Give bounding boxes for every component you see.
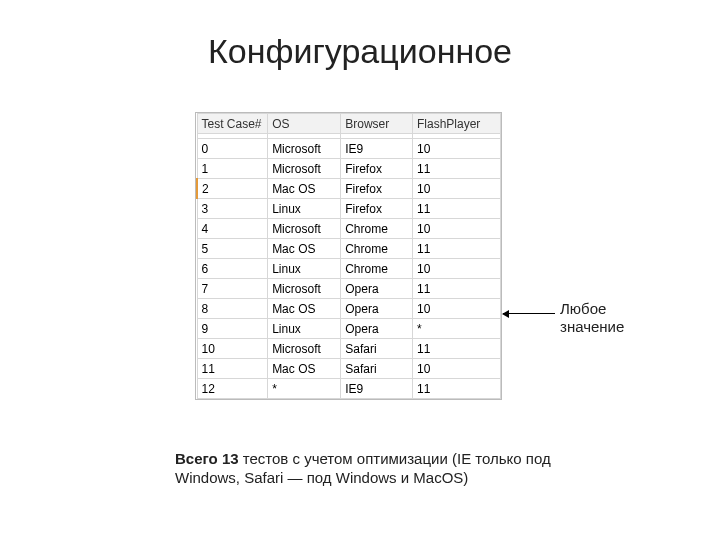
table-row: 4MicrosoftChrome10 <box>197 219 501 239</box>
cell-browser: Opera <box>341 279 413 299</box>
cell-tc: 2 <box>197 179 268 199</box>
table-row: 11Mac OSSafari10 <box>197 359 501 379</box>
annotation-arrow <box>503 313 555 314</box>
table-row: 9LinuxOpera* <box>197 319 501 339</box>
header-os: OS <box>268 114 341 134</box>
table-row: 8Mac OSOpera10 <box>197 299 501 319</box>
cell-browser: IE9 <box>341 379 413 399</box>
cell-tc: 6 <box>197 259 268 279</box>
cell-fp: 10 <box>412 299 500 319</box>
footer-summary: Всего 13 тестов с учетом оптимизации (IE… <box>175 450 555 488</box>
cell-fp: 10 <box>412 139 500 159</box>
cell-fp: 10 <box>412 259 500 279</box>
cell-tc: 12 <box>197 379 268 399</box>
cell-tc: 4 <box>197 219 268 239</box>
cell-fp: 11 <box>412 379 500 399</box>
table-row: 5Mac OSChrome11 <box>197 239 501 259</box>
annotation-line2: значение <box>560 318 624 335</box>
cell-browser: Firefox <box>341 179 413 199</box>
cell-os: Linux <box>268 199 341 219</box>
cell-browser: Safari <box>341 359 413 379</box>
table-header-row: Test Case# OS Browser FlashPlayer <box>197 114 501 134</box>
cell-tc: 0 <box>197 139 268 159</box>
cell-browser: Firefox <box>341 159 413 179</box>
table-row: 10MicrosoftSafari11 <box>197 339 501 359</box>
cell-os: Mac OS <box>268 239 341 259</box>
cell-browser: Firefox <box>341 199 413 219</box>
footer-bold: Всего 13 <box>175 450 239 467</box>
config-table: Test Case# OS Browser FlashPlayer 0Micro… <box>195 112 502 400</box>
header-test-case: Test Case# <box>197 114 268 134</box>
annotation-any-value: Любое значение <box>560 300 624 336</box>
cell-browser: Opera <box>341 299 413 319</box>
cell-tc: 5 <box>197 239 268 259</box>
table-row: 7MicrosoftOpera11 <box>197 279 501 299</box>
header-browser: Browser <box>341 114 413 134</box>
cell-tc: 3 <box>197 199 268 219</box>
annotation-line1: Любое <box>560 300 606 317</box>
table-row: 1MicrosoftFirefox11 <box>197 159 501 179</box>
cell-tc: 7 <box>197 279 268 299</box>
cell-os: Microsoft <box>268 279 341 299</box>
cell-os: * <box>268 379 341 399</box>
cell-browser: Opera <box>341 319 413 339</box>
cell-fp: 11 <box>412 199 500 219</box>
cell-browser: Chrome <box>341 239 413 259</box>
cell-os: Microsoft <box>268 139 341 159</box>
cell-os: Linux <box>268 259 341 279</box>
cell-os: Mac OS <box>268 359 341 379</box>
cell-fp: 10 <box>412 219 500 239</box>
cell-browser: Safari <box>341 339 413 359</box>
cell-fp: 10 <box>412 359 500 379</box>
cell-os: Mac OS <box>268 299 341 319</box>
cell-tc: 1 <box>197 159 268 179</box>
cell-fp: 11 <box>412 279 500 299</box>
cell-browser: IE9 <box>341 139 413 159</box>
cell-tc: 8 <box>197 299 268 319</box>
cell-os: Mac OS <box>268 179 341 199</box>
cell-fp: * <box>412 319 500 339</box>
cell-tc: 10 <box>197 339 268 359</box>
cell-os: Microsoft <box>268 339 341 359</box>
cell-browser: Chrome <box>341 219 413 239</box>
cell-os: Microsoft <box>268 219 341 239</box>
table-row: 2Mac OSFirefox10 <box>197 179 501 199</box>
table-row: 6LinuxChrome10 <box>197 259 501 279</box>
table-row: 3LinuxFirefox11 <box>197 199 501 219</box>
cell-os: Microsoft <box>268 159 341 179</box>
table-row: 0MicrosoftIE910 <box>197 139 501 159</box>
cell-fp: 11 <box>412 159 500 179</box>
slide-title: Конфигурационное <box>0 32 720 71</box>
cell-fp: 10 <box>412 179 500 199</box>
cell-tc: 11 <box>197 359 268 379</box>
cell-tc: 9 <box>197 319 268 339</box>
cell-os: Linux <box>268 319 341 339</box>
cell-fp: 11 <box>412 239 500 259</box>
cell-browser: Chrome <box>341 259 413 279</box>
table-row: 12*IE911 <box>197 379 501 399</box>
cell-fp: 11 <box>412 339 500 359</box>
header-flashplayer: FlashPlayer <box>412 114 500 134</box>
